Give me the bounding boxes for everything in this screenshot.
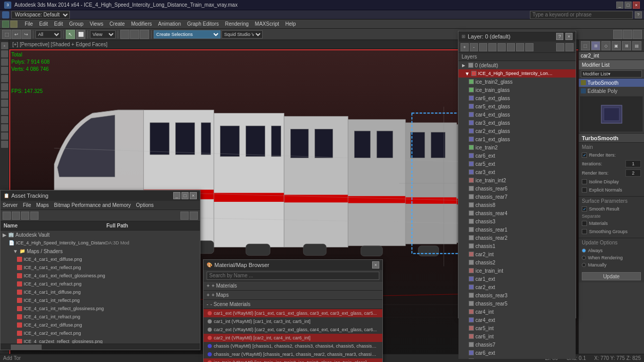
layer-item-chassisrear7[interactable]: chassis_rear7 [458,193,576,201]
select-region-btn[interactable]: ⬜ [76,30,85,39]
asset-toolbar-btn-6[interactable] [190,212,198,220]
sidebar-icon-9[interactable] [1,108,8,115]
sidebar-icon-6[interactable] [1,83,8,90]
materials-check[interactable] [582,221,587,226]
layer-item-trainint2[interactable]: ice_train_int2 [458,176,576,184]
menu-modifiers[interactable]: Modifiers [128,21,155,27]
material-item-car2ext[interactable]: car2_ext (VRayMtl) [car2_ext, car2_ext_g… [204,326,382,334]
layer-item-car4int[interactable]: car4_int [458,308,576,316]
layer-item-chassisrear6[interactable]: chassis_rear6 [458,184,576,193]
asset-item-png-11[interactable]: ICE_4_car2ext_reflect_glossiness.png [1,337,200,344]
scene-materials-section-header[interactable]: - - Scene Materials [204,300,382,309]
minimize-btn[interactable]: _ [616,2,623,9]
squid-dropdown[interactable]: Squid Studio V [222,30,263,39]
layer-toolbar-btn-10[interactable] [565,43,574,51]
menu-maxscript[interactable]: MAXScript [252,21,282,27]
asset-item-png-10[interactable]: ICE_4_car2_ext_reflect.png [1,329,200,337]
layer-item-car3extglass[interactable]: car3_ext_glass [458,119,576,127]
layer-item-car5extglass[interactable]: car5_ext_glass [458,102,576,110]
layer-item-car1extglass[interactable]: car1_ext_glass [458,135,576,143]
help-btn[interactable]: ? [635,11,642,18]
asset-panel-restore[interactable]: □ [181,192,189,199]
asset-toolbar-btn-4[interactable] [30,212,39,220]
asset-item-vault[interactable]: ▶ 🏢 Autodesk Vault [1,231,200,239]
materials-section-header[interactable]: + + Materials [204,281,382,291]
layer-panel-titlebar[interactable]: ⊞ Layer: 0 (default) ? × [458,31,576,42]
layer-item-trainint[interactable]: ice_train_int [458,266,576,275]
layer-toolbar-btn-6[interactable] [507,43,515,51]
sidebar-icon-7[interactable] [1,91,8,99]
update-button[interactable]: Update [582,272,641,280]
asset-item-png-3[interactable]: ICE_4_car1_ext_reflect_glossiness.png [1,272,200,280]
asset-scrollbar-x[interactable] [1,344,200,350]
sidebar-icon-2[interactable] [1,50,8,58]
workspace-selector[interactable]: Workspace: Default [11,11,70,19]
layer-item-chassisrear1[interactable]: chassis_rear1 [458,225,576,234]
render-btn-2[interactable] [623,30,632,39]
material-item-car1int[interactable]: car1_int (VRayMtl) [car1_int, car3_int, … [204,317,382,326]
maps-section-header[interactable]: + + Maps [204,291,382,300]
asset-item-png-9[interactable]: ICE_4_car2_ext_diffuse.png [1,321,200,329]
layer-item-car2int[interactable]: car2_int [458,250,576,258]
layer-toolbar-btn-1[interactable]: + [461,43,469,51]
asset-panel-minimize[interactable]: _ [173,192,180,199]
search-input[interactable] [530,11,633,19]
toolbar-btn-2[interactable]: ↩ [12,30,21,39]
transform-btn-2[interactable] [130,30,139,39]
menu-edit[interactable]: Edit [36,21,51,27]
layer-item-chassisrear2[interactable]: chassis_rear2 [458,234,576,242]
sidebar-icon-12[interactable] [1,132,8,140]
layer-panel-close[interactable]: × [565,33,573,40]
sidebar-icon-13[interactable] [1,141,8,148]
smooth-result-check[interactable] [582,206,587,212]
sidebar-icon-5[interactable] [1,75,8,82]
render-iters-value[interactable]: 2 [625,169,641,177]
close-btn[interactable]: × [633,2,640,9]
mod-icon-3[interactable]: ◇ [601,41,611,50]
sidebar-icon-3[interactable] [1,59,8,66]
asset-item-png-1[interactable]: ICE_4_car1_ext_diffuse.png [1,255,200,263]
layer-item-car6extglass[interactable]: car6_ext_glass [458,94,576,102]
layer-panel-question[interactable]: ? [556,33,563,40]
mod-icon-4[interactable]: ▣ [612,41,621,50]
asset-panel-titlebar[interactable]: 📋 Asset Tracking _ □ × [1,190,200,201]
menu-tools[interactable]: Edit [51,21,66,27]
render-iters-check[interactable] [582,153,587,158]
asset-item-png-6[interactable]: ICE_4_car1_int_reflect.png [1,296,200,304]
when-rendering-radio[interactable] [582,256,586,260]
asset-item-png-2[interactable]: ICE_4_car1_ext_reflect.png [1,263,200,272]
material-item-car2int[interactable]: car2_int (VRayMtl) [car2_int, car4_int, … [204,334,382,342]
mod-icon-6[interactable]: ▤ [632,41,641,50]
material-item-chassis[interactable]: chassis (VRayMtl) [chassis1, chassis2, c… [204,342,382,350]
asset-scroll-thumb[interactable] [11,345,42,350]
menu-group[interactable]: Group [66,21,87,27]
material-item-chassis-rear[interactable]: chassis_rear (VRayMtl) [chassis_rear1, c… [204,350,382,358]
filter-dropdown[interactable]: All [35,30,61,39]
mod-icon-5[interactable]: ⊠ [622,41,631,50]
menu-create[interactable]: Create [106,21,128,27]
menu-views[interactable]: Views [86,21,106,27]
layer-toolbar-btn-9[interactable] [556,43,564,51]
menu-animation[interactable]: Animation [155,21,183,27]
view-dropdown[interactable]: View [90,30,116,39]
asset-item-png-7[interactable]: ICE_4_car1_int_reflect_glossiness.png [1,304,200,313]
material-item-icetrain[interactable]: ice_train (VRayMtl) [ice_train, ice_trai… [204,358,382,362]
layer-item-chassis3[interactable]: chassis3 [458,217,576,225]
layer-item-car6int[interactable]: car6_int [458,332,576,340]
mod-icon-2[interactable]: ⊞ [591,41,600,50]
sidebar-icon-8[interactable] [1,100,8,107]
maximize-btn[interactable]: □ [624,2,632,9]
asset-menu-bitmap[interactable]: Bitmap Performance and Memory [54,202,131,208]
sidebar-icon-10[interactable] [1,116,8,123]
asset-item-maps-folder[interactable]: ▼ 📁 Maps / Shaders [1,247,200,255]
toolbar-btn-1[interactable]: ⬚ [2,30,11,39]
asset-menu-maps[interactable]: Maps [36,202,49,208]
asset-item-png-5[interactable]: ICE_4_car1_int_diffuse.png [1,288,200,296]
layer-item-car6ext[interactable]: car6_ext [458,151,576,160]
asset-toolbar-btn-3[interactable] [21,212,29,220]
asset-panel-close[interactable]: × [190,192,197,199]
layer-item-car6ext2[interactable]: car6_ext [458,349,576,357]
layer-toolbar-btn-5[interactable] [498,43,506,51]
layer-item-car5int[interactable]: car5_int [458,324,576,332]
isoline-check[interactable] [582,179,587,184]
